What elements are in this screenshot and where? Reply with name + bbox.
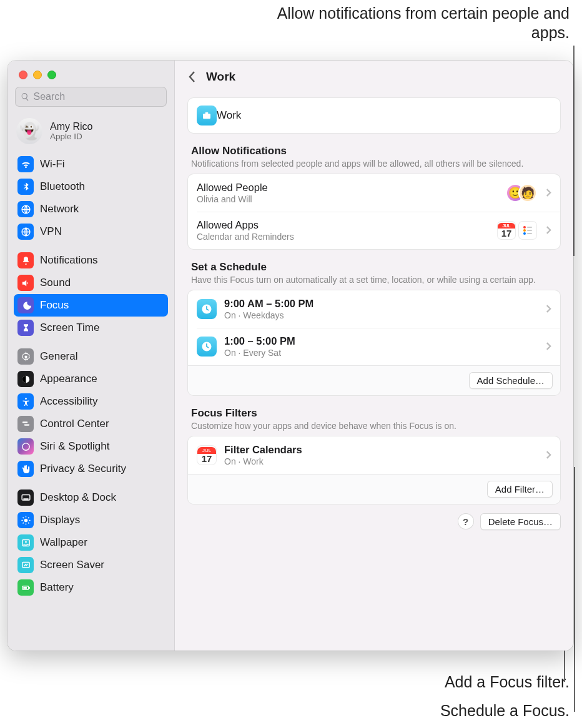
section-title: Allow Notifications [191, 145, 557, 157]
svg-point-21 [523, 232, 526, 235]
calendar-icon: JUL 17 [197, 445, 217, 465]
svg-point-4 [25, 398, 27, 400]
sidebar-item-label: Wi-Fi [40, 158, 65, 170]
avatar: 👻 [16, 118, 42, 144]
sidebar-item-appearance[interactable]: Appearance [14, 368, 168, 390]
row-sub: Olivia and Will [197, 194, 506, 204]
sidebar-item-desktop-dock[interactable]: Desktop & Dock [14, 486, 168, 509]
avatar-will: 🧑 [518, 184, 537, 202]
row-sub: On · Work [224, 456, 541, 466]
callout-line [574, 467, 575, 712]
switches-icon [17, 416, 34, 432]
sidebar-item-wi-fi[interactable]: Wi-Fi [14, 153, 168, 175]
svg-point-19 [523, 226, 526, 229]
siri-icon [17, 438, 34, 455]
section-filters-header: Focus Filters Customize how your apps an… [187, 396, 561, 436]
sidebar-item-label: Siri & Spotlight [40, 440, 110, 453]
account-name: Amy Rico [50, 121, 92, 132]
sidebar-item-screen-time[interactable]: Screen Time [14, 317, 168, 339]
chevron-icon [546, 301, 551, 317]
sidebar-item-label: Sound [40, 277, 71, 289]
row-title: Filter Calendars [224, 444, 541, 456]
section-desc: Customize how your apps and device behav… [191, 420, 557, 432]
sidebar-item-focus[interactable]: Focus [14, 294, 168, 317]
schedule-row[interactable]: 9:00 AM – 5:00 PM On · Weekdays [188, 290, 560, 328]
svg-rect-9 [23, 498, 29, 499]
sidebar-item-battery[interactable]: Battery [14, 576, 168, 599]
allowed-people-row[interactable]: Allowed People Olivia and Will 🙂 🧑 [188, 174, 560, 212]
displays-icon [17, 512, 34, 528]
sidebar: 👻 Amy Rico Apple ID Wi-FiBluetoothNetwor… [7, 61, 175, 651]
sidebar-item-general[interactable]: General [14, 345, 168, 368]
sidebar-item-label: Screen Saver [40, 559, 104, 571]
reminders-icon [518, 221, 537, 240]
clock-icon [197, 299, 217, 319]
section-allow-header: Allow Notifications Notifications from s… [187, 134, 561, 174]
svg-rect-5 [22, 421, 27, 423]
page-title: Work [206, 70, 235, 84]
allow-card: Allowed People Olivia and Will 🙂 🧑 Allow… [187, 174, 561, 250]
sidebar-item-label: Network [40, 203, 79, 215]
row-title: Allowed Apps [197, 219, 497, 231]
zoom-button[interactable] [47, 71, 56, 79]
row-sub: Calendar and Reminders [197, 232, 497, 242]
sidebar-item-privacy-security[interactable]: Privacy & Security [14, 458, 168, 480]
globe-icon [17, 224, 34, 240]
sidebar-item-label: Screen Time [40, 322, 99, 334]
sidebar-item-label: Bluetooth [40, 180, 85, 193]
search-field[interactable] [15, 87, 167, 107]
section-desc: Notifications from selected people and a… [191, 158, 557, 170]
row-title: 1:00 – 5:00 PM [224, 335, 541, 347]
focus-name-card[interactable]: Work [187, 97, 561, 134]
add-filter-button[interactable]: Add Filter… [487, 481, 553, 498]
bell-icon [17, 252, 34, 268]
account-row[interactable]: 👻 Amy Rico Apple ID [7, 112, 174, 153]
sidebar-item-siri-spotlight[interactable]: Siri & Spotlight [14, 435, 168, 458]
section-schedule-header: Set a Schedule Have this Focus turn on a… [187, 250, 561, 290]
callout-line [573, 46, 575, 255]
delete-focus-button[interactable]: Delete Focus… [480, 513, 561, 530]
people-avatars: 🙂 🧑 [506, 184, 537, 202]
svg-point-20 [523, 229, 526, 232]
sidebar-item-label: Appearance [40, 373, 97, 385]
sidebar-item-bluetooth[interactable]: Bluetooth [14, 175, 168, 198]
sidebar-item-label: Control Center [40, 418, 109, 430]
chevron-icon [546, 222, 551, 239]
sidebar-item-label: Displays [40, 514, 80, 526]
sidebar-item-notifications[interactable]: Notifications [14, 249, 168, 272]
callout-allow: Allow notifications from certain people … [245, 4, 570, 43]
sidebar-item-label: Battery [40, 581, 74, 594]
sidebar-item-network[interactable]: Network [14, 198, 168, 220]
screensaver-icon [17, 557, 34, 573]
sidebar-item-wallpaper[interactable]: Wallpaper [14, 531, 168, 554]
search-input[interactable] [34, 91, 161, 102]
briefcase-icon [197, 106, 217, 125]
settings-window: 👻 Amy Rico Apple ID Wi-FiBluetoothNetwor… [7, 61, 573, 651]
close-button[interactable] [19, 71, 27, 79]
filter-row[interactable]: JUL 17 Filter Calendars On · Work [188, 436, 560, 474]
sidebar-item-accessibility[interactable]: Accessibility [14, 390, 168, 413]
section-title: Set a Schedule [191, 261, 557, 273]
row-title: Allowed People [197, 182, 506, 194]
allowed-apps-row[interactable]: Allowed Apps Calendar and Reminders JUL1… [188, 212, 560, 249]
sidebar-item-sound[interactable]: Sound [14, 272, 168, 294]
sidebar-item-label: General [40, 350, 77, 363]
section-desc: Have this Focus turn on automatically at… [191, 274, 557, 286]
sidebar-item-control-center[interactable]: Control Center [14, 413, 168, 435]
sidebar-item-vpn[interactable]: VPN [14, 220, 168, 243]
hand-icon [17, 461, 34, 477]
sidebar-item-label: Wallpaper [40, 536, 87, 549]
add-schedule-button[interactable]: Add Schedule… [469, 372, 553, 389]
back-button[interactable] [182, 67, 201, 86]
row-sub: On · Weekdays [224, 310, 541, 320]
help-button[interactable]: ? [458, 513, 474, 529]
hourglass-icon [17, 320, 34, 336]
sidebar-item-displays[interactable]: Displays [14, 509, 168, 531]
svg-rect-22 [527, 227, 532, 228]
sidebar-item-screen-saver[interactable]: Screen Saver [14, 554, 168, 576]
minimize-button[interactable] [33, 71, 42, 79]
globe-icon [17, 201, 34, 217]
sound-icon [17, 275, 34, 291]
section-title: Focus Filters [191, 407, 557, 420]
schedule-row[interactable]: 1:00 – 5:00 PM On · Every Sat [188, 328, 560, 365]
